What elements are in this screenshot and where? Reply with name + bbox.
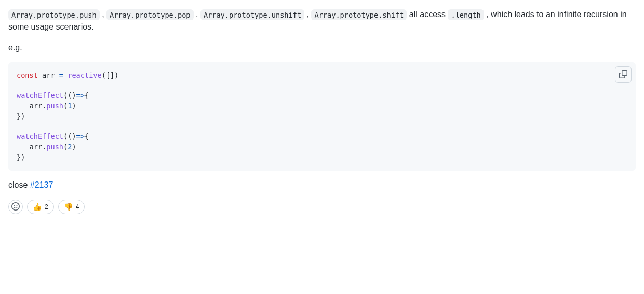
issue-link[interactable]: #2137 xyxy=(30,180,53,189)
close-reference: close #2137 xyxy=(8,179,636,191)
reactions-bar: 👍 2 👎 4 xyxy=(8,200,636,214)
thumbs-up-icon: 👍 xyxy=(33,203,42,211)
code-shift: Array.prototype.shift xyxy=(311,9,407,20)
thumbs-down-count: 4 xyxy=(76,203,79,211)
code-pop: Array.prototype.pop xyxy=(106,9,194,20)
thumbs-up-count: 2 xyxy=(45,203,48,211)
copy-icon xyxy=(619,70,627,80)
example-label: e.g. xyxy=(8,41,636,54)
code-block-container: const arr = reactive([]) watchEffect(()=… xyxy=(8,62,636,171)
code-block: const arr = reactive([]) watchEffect(()=… xyxy=(8,62,636,171)
paragraph-description: Array.prototype.push , Array.prototype.p… xyxy=(8,8,636,33)
code-push: Array.prototype.push xyxy=(8,9,100,20)
smiley-icon xyxy=(11,202,20,212)
copy-button[interactable] xyxy=(615,66,632,83)
thumbs-down-icon: 👎 xyxy=(64,203,73,211)
code-length: .length xyxy=(448,9,484,20)
code-unshift: Array.prototype.unshift xyxy=(200,9,304,20)
comment-body: Array.prototype.push , Array.prototype.p… xyxy=(8,8,636,214)
thumbs-down-reaction[interactable]: 👎 4 xyxy=(58,200,85,214)
thumbs-up-reaction[interactable]: 👍 2 xyxy=(27,200,54,214)
add-reaction-button[interactable] xyxy=(8,200,23,214)
